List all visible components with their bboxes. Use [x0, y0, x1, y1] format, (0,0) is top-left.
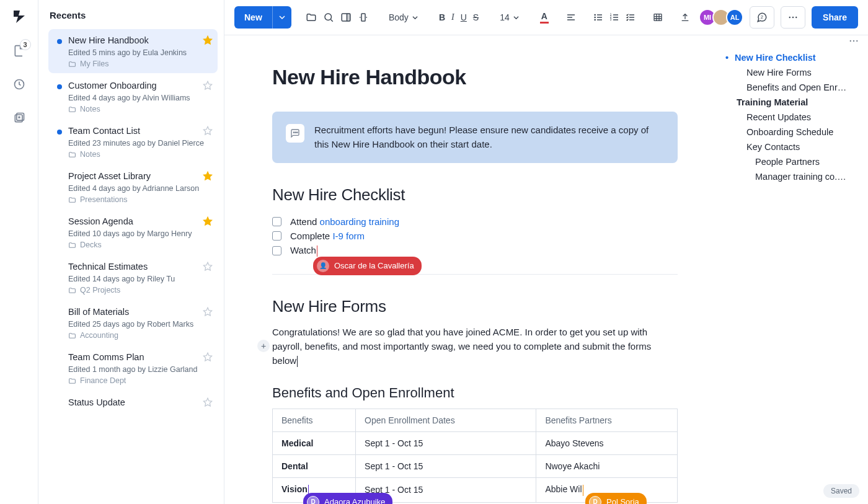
new-dropdown[interactable]	[272, 6, 291, 29]
app-logo[interactable]	[12, 9, 27, 25]
new-button[interactable]: New	[234, 6, 291, 29]
add-block-button[interactable]: +	[257, 340, 270, 352]
outline-item[interactable]: People Partners	[725, 154, 861, 169]
checkbox[interactable]	[272, 231, 281, 241]
recents-location: My Files	[56, 60, 210, 68]
outline-item[interactable]: Training Material	[725, 95, 861, 110]
bookmarks-icon[interactable]	[11, 110, 27, 126]
presence-avatars[interactable]: MI AL	[702, 9, 743, 26]
table-icon[interactable]	[653, 9, 663, 26]
svg-rect-14	[347, 14, 350, 21]
comment-icon	[286, 124, 304, 143]
checkbox[interactable]	[272, 246, 281, 255]
recents-title: Technical Estimates	[56, 262, 210, 272]
recents-location: Accounting	[56, 331, 210, 340]
svg-point-32	[856, 40, 857, 42]
table-row: Medical Sept 1 - Oct 15 Abayo Stevens	[273, 432, 678, 455]
recents-title: Customer Onboarding	[56, 81, 210, 91]
checklist-icon[interactable]	[626, 9, 636, 26]
star-icon[interactable]	[203, 352, 213, 362]
benefits-table[interactable]: Benefits Open Enrollment Dates Benefits …	[272, 409, 678, 502]
recents-location: Decks	[56, 241, 210, 249]
outline-item[interactable]: Key Contacts	[725, 139, 861, 154]
star-icon[interactable]	[203, 81, 213, 91]
recents-meta: Edited 4 days ago by Adrianne Larson	[56, 184, 210, 193]
outline-item[interactable]: Manager training co.…	[725, 169, 861, 184]
recent-icon[interactable]	[11, 76, 27, 92]
italic-icon[interactable]: I	[451, 9, 454, 26]
folder-icon[interactable]	[306, 9, 317, 26]
table-header: Benefits Partners	[536, 409, 678, 432]
font-size-select[interactable]: 14	[496, 12, 523, 22]
star-icon[interactable]	[203, 307, 213, 317]
recents-location: Notes	[56, 150, 210, 159]
align-icon[interactable]	[566, 9, 576, 26]
star-icon[interactable]	[203, 262, 213, 272]
recents-item[interactable]: Team Contact ListEdited 23 minutes ago b…	[48, 120, 218, 164]
outline-item[interactable]: Onboarding Schedule	[725, 125, 861, 139]
star-icon[interactable]	[203, 35, 213, 45]
recents-title: Session Agenda	[56, 216, 210, 226]
heading-checklist: New Hire Checklist	[272, 185, 678, 205]
presence-cursor: DPol Soria	[585, 493, 647, 504]
svg-point-12	[325, 14, 332, 20]
star-icon[interactable]	[203, 397, 213, 407]
strike-icon[interactable]: S	[473, 9, 479, 26]
recents-item[interactable]: Technical EstimatesEdited 14 days ago by…	[48, 255, 218, 299]
star-icon[interactable]	[203, 126, 213, 136]
avatar[interactable]: AL	[726, 9, 743, 26]
docs-icon[interactable]: 3	[11, 43, 27, 59]
recents-meta: Edited 25 days ago by Robert Marks	[56, 320, 210, 329]
table-header: Benefits	[273, 409, 356, 432]
more-button[interactable]	[781, 6, 805, 29]
recents-meta: Edited 14 days ago by Riley Tu	[56, 275, 210, 283]
svg-marker-7	[203, 217, 211, 225]
recents-location: Finance Dept	[56, 376, 210, 385]
svg-point-25	[792, 17, 794, 18]
bold-icon[interactable]: B	[439, 9, 445, 26]
recents-item[interactable]: Team Comms PlanEdited 1 month ago by Liz…	[48, 346, 218, 390]
checkbox[interactable]	[272, 217, 281, 226]
star-icon[interactable]	[203, 171, 213, 181]
comments-button[interactable]: 2	[750, 6, 774, 29]
recents-item[interactable]: New Hire HandbookEdited 5 mins ago by Eu…	[48, 29, 218, 73]
recents-item[interactable]: Bill of MaterialsEdited 25 days ago by R…	[48, 301, 218, 345]
svg-marker-10	[203, 353, 211, 361]
svg-marker-6	[203, 172, 211, 180]
recents-title: Status Update	[56, 397, 210, 407]
document[interactable]: New Hire Handbook Recruitment efforts ha…	[256, 35, 694, 504]
recents-title: Bill of Materials	[56, 307, 210, 317]
outline-more-icon[interactable]	[848, 35, 859, 48]
recents-item[interactable]: Customer OnboardingEdited 4 days ago by …	[48, 74, 218, 118]
outline-item[interactable]: Benefits and Open Enr…	[725, 80, 861, 95]
svg-point-29	[297, 132, 298, 133]
bulletlist-icon[interactable]	[593, 9, 603, 26]
recents-item[interactable]: Project Asset LibraryEdited 4 days ago b…	[48, 165, 218, 209]
numlist-icon[interactable]: 123	[609, 9, 619, 26]
svg-point-27	[293, 132, 294, 133]
svg-text:2: 2	[761, 14, 763, 20]
link[interactable]: onboarding training	[320, 216, 399, 227]
upload-icon[interactable]	[680, 9, 690, 26]
recents-item[interactable]: Session AgendaEdited 10 days ago by Marg…	[48, 210, 218, 254]
textcolor-icon[interactable]: A	[540, 9, 549, 26]
outline-item[interactable]: New Hire Checklist	[725, 50, 861, 65]
checklist-item[interactable]: Watch 👤Oscar de la Cavallería	[272, 243, 678, 257]
text-style-select[interactable]: Body	[385, 12, 422, 22]
panel-toggle-icon[interactable]	[340, 9, 352, 26]
search-icon[interactable]	[323, 9, 334, 26]
share-button[interactable]: Share	[812, 6, 858, 29]
star-icon[interactable]	[203, 216, 213, 226]
recents-item[interactable]: Status Update	[48, 391, 218, 412]
checklist-item[interactable]: Complete I-9 form	[272, 229, 678, 243]
outline-item[interactable]: Recent Updates	[725, 110, 861, 125]
recents-meta: Edited 10 days ago by Margo Henry	[56, 229, 210, 238]
checklist: Attend onboarding training Complete I-9 …	[272, 214, 678, 257]
underline-icon[interactable]: U	[461, 9, 467, 26]
link[interactable]: I-9 form	[332, 231, 365, 241]
expand-icon[interactable]	[358, 9, 369, 26]
heading-forms: New Hire Forms	[272, 297, 678, 316]
svg-point-26	[795, 17, 797, 18]
outline-item[interactable]: New Hire Forms	[725, 65, 861, 80]
checklist-item[interactable]: Attend onboarding training	[272, 214, 678, 229]
